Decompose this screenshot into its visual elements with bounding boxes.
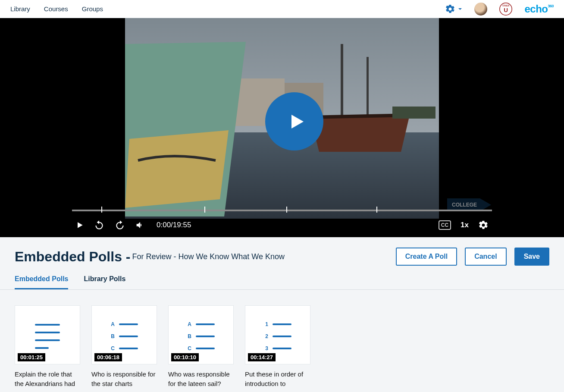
- svg-rect-11: [367, 57, 369, 117]
- cancel-button[interactable]: Cancel: [465, 248, 506, 266]
- poll-label: Who is responsible for the star charts: [91, 370, 157, 389]
- video-progress[interactable]: [72, 208, 492, 212]
- chevron-down-icon: [458, 7, 462, 11]
- mc-poll-icon: A B C: [187, 321, 215, 351]
- svg-rect-13: [392, 107, 436, 119]
- create-poll-button[interactable]: Create A Poll: [396, 248, 457, 266]
- play-button[interactable]: [75, 221, 84, 229]
- rewind-button[interactable]: [94, 220, 105, 231]
- fastforward-icon: [114, 220, 125, 231]
- volume-button[interactable]: [135, 220, 144, 230]
- poll-thumb: 1 2 3 00:14:27: [245, 305, 310, 364]
- poll-label: Who was responsible for the lateen sail?: [168, 370, 234, 389]
- poll-marker-3[interactable]: [286, 207, 287, 213]
- order-poll-icon: 1 2 3: [264, 321, 291, 351]
- poll-thumb: A B C 00:10:10: [168, 305, 234, 364]
- tabs: Embedded Polls Library Polls: [0, 266, 564, 290]
- poll-marker-2[interactable]: [204, 207, 205, 213]
- save-button[interactable]: Save: [514, 248, 549, 266]
- poll-thumb: 00:01:25: [15, 305, 80, 364]
- poll-card[interactable]: A B C 00:10:10 Who was responsible for t…: [168, 305, 234, 389]
- poll-card[interactable]: 1 2 3 00:14:27 Put these in order of int…: [245, 305, 310, 389]
- brand-logo[interactable]: echo360: [524, 3, 554, 15]
- poll-card[interactable]: A B C 00:06:18 Who is responsible for th…: [91, 305, 157, 389]
- top-nav: Library Courses Groups OTHER U echo360: [0, 0, 564, 18]
- video-controls-right: CC 1x: [439, 220, 489, 230]
- rewind-icon: [94, 220, 105, 231]
- page-subtitle: For Review - How We Know What We Know: [132, 252, 284, 261]
- poll-timestamp: 00:14:27: [248, 353, 276, 361]
- playback-speed[interactable]: 1x: [461, 221, 469, 229]
- video-controls: 0:00/19:55 CC 1x: [67, 213, 497, 237]
- poll-timestamp: 00:10:10: [171, 353, 199, 361]
- poll-cards: 00:01:25 Explain the role that the Alexa…: [0, 290, 564, 389]
- nav-groups[interactable]: Groups: [82, 5, 103, 13]
- poll-card[interactable]: 00:01:25 Explain the role that the Alexa…: [15, 305, 80, 389]
- nav-library[interactable]: Library: [10, 5, 30, 13]
- video-shell: COLLEGE 0:00/19:55: [0, 18, 564, 237]
- settings-dropdown[interactable]: [445, 4, 462, 14]
- institution-crest[interactable]: OTHER U: [499, 3, 512, 16]
- volume-icon: [135, 220, 144, 230]
- page-title: Embedded Polls -: [15, 249, 130, 265]
- gear-icon: [478, 220, 489, 230]
- poll-timestamp: 00:06:18: [94, 353, 122, 361]
- tab-embedded-polls[interactable]: Embedded Polls: [15, 275, 68, 289]
- svg-text:U: U: [504, 6, 508, 13]
- big-play-button[interactable]: [265, 92, 323, 151]
- header-buttons: Create A Poll Cancel Save: [396, 248, 549, 266]
- nav-courses[interactable]: Courses: [44, 5, 68, 13]
- mc-poll-icon: A B C: [110, 321, 138, 351]
- poll-marker-4[interactable]: [376, 207, 377, 213]
- time-readout: 0:00/19:55: [157, 221, 191, 229]
- fastforward-button[interactable]: [114, 220, 125, 231]
- poll-label: Explain the role that the Alexandrians h…: [15, 370, 80, 389]
- video-frame: COLLEGE 0:00/19:55: [67, 18, 497, 237]
- user-avatar[interactable]: [474, 3, 487, 16]
- svg-rect-10: [341, 44, 343, 117]
- text-poll-icon: [35, 324, 60, 349]
- svg-marker-9: [310, 115, 410, 152]
- poll-thumb: A B C 00:06:18: [91, 305, 157, 364]
- page-header: Embedded Polls - For Review - How We Kno…: [0, 237, 564, 266]
- svg-text:COLLEGE: COLLEGE: [452, 202, 477, 208]
- nav-left: Library Courses Groups: [10, 5, 103, 13]
- brand-text: echo: [524, 3, 548, 15]
- svg-marker-8: [125, 130, 229, 208]
- player-settings-button[interactable]: [478, 220, 489, 230]
- captions-button[interactable]: CC: [439, 220, 451, 230]
- poll-label: Put these in order of introduction to: [245, 370, 310, 389]
- progress-track: [72, 210, 492, 211]
- poll-timestamp: 00:01:25: [18, 353, 45, 361]
- brand-sup: 360: [548, 4, 554, 8]
- tab-library-polls[interactable]: Library Polls: [84, 275, 125, 289]
- gear-icon: [445, 4, 455, 14]
- poll-marker-1[interactable]: [101, 207, 102, 213]
- nav-right: OTHER U echo360: [445, 3, 554, 16]
- play-icon: [75, 221, 84, 229]
- play-icon: [286, 111, 307, 132]
